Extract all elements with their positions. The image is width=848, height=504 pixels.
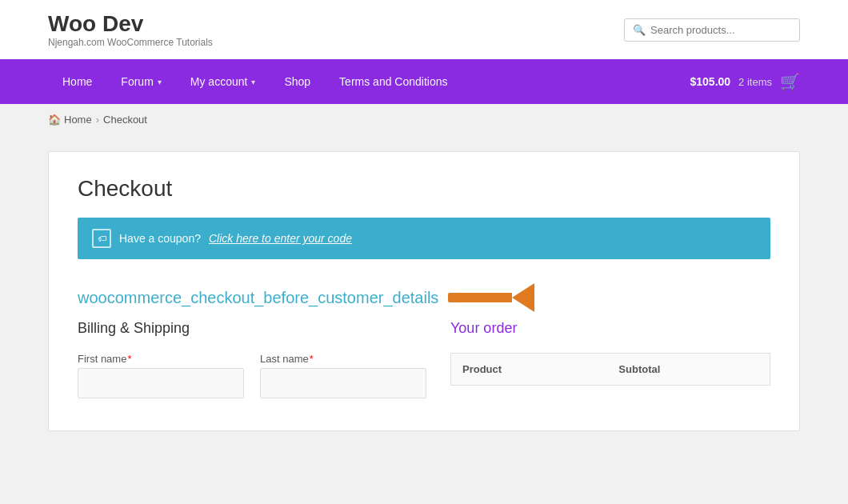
myaccount-chevron-icon: ▾ xyxy=(251,78,255,86)
nav-item-myaccount[interactable]: My account ▾ xyxy=(176,61,270,102)
billing-section-title: Billing & Shipping xyxy=(78,320,426,337)
hook-label: woocommerce_checkout_before_customer_det… xyxy=(78,283,770,312)
search-input[interactable] xyxy=(650,24,791,36)
arrow-body xyxy=(448,293,512,302)
last-name-field: Last name* xyxy=(260,353,426,398)
first-name-required: * xyxy=(127,353,131,365)
last-name-required: * xyxy=(310,353,314,365)
cart-icon[interactable]: 🛒 xyxy=(780,72,800,91)
order-table-header-row: Product Subtotal xyxy=(451,354,770,386)
coupon-icon: 🏷 xyxy=(92,229,111,248)
checkout-title: Checkout xyxy=(78,176,770,202)
coupon-banner: 🏷 Have a coupon? Click here to enter you… xyxy=(78,218,770,259)
nav-item-terms[interactable]: Terms and Conditions xyxy=(325,61,462,102)
nav-cart: $105.00 2 items 🛒 xyxy=(690,72,800,91)
first-name-field: First name* xyxy=(78,353,244,398)
home-icon: 🏠 xyxy=(48,114,61,126)
nav-item-shop[interactable]: Shop xyxy=(270,61,325,102)
coupon-link[interactable]: Click here to enter your code xyxy=(209,232,352,245)
name-form-row: First name* Last name* xyxy=(78,353,426,398)
cart-items-count: 2 items xyxy=(738,76,772,88)
site-title: Woo Dev xyxy=(48,11,213,37)
first-name-input[interactable] xyxy=(78,368,244,398)
first-name-label: First name* xyxy=(78,353,244,365)
hook-label-text: woocommerce_checkout_before_customer_det… xyxy=(78,289,438,307)
coupon-text: Have a coupon? xyxy=(119,232,201,245)
order-column: Your order Product Subtotal xyxy=(450,320,770,406)
last-name-label: Last name* xyxy=(260,353,426,365)
site-header: Woo Dev Njengah.com WooCommerce Tutorial… xyxy=(0,0,848,59)
nav-items: Home Forum ▾ My account ▾ Shop Terms and… xyxy=(48,61,690,102)
billing-column: Billing & Shipping First name* Last name… xyxy=(78,320,426,406)
nav-item-home[interactable]: Home xyxy=(48,61,106,102)
nav-item-forum[interactable]: Forum ▾ xyxy=(106,61,175,102)
breadcrumb: 🏠 Home › Checkout xyxy=(0,104,848,135)
order-table-header-subtotal: Subtotal xyxy=(607,354,770,386)
search-box[interactable]: 🔍 xyxy=(624,18,800,42)
breadcrumb-home-link[interactable]: 🏠 Home xyxy=(48,114,92,126)
nav-bar: Home Forum ▾ My account ▾ Shop Terms and… xyxy=(0,59,848,104)
cart-price: $105.00 xyxy=(690,75,730,88)
hook-arrow-container xyxy=(448,283,534,312)
order-table: Product Subtotal xyxy=(450,353,770,386)
search-icon: 🔍 xyxy=(633,24,646,36)
main-content: Checkout 🏷 Have a coupon? Click here to … xyxy=(0,135,848,463)
order-table-header-product: Product xyxy=(451,354,608,386)
checkout-columns: Billing & Shipping First name* Last name… xyxy=(78,320,770,406)
checkout-card: Checkout 🏷 Have a coupon? Click here to … xyxy=(48,151,800,431)
breadcrumb-separator: › xyxy=(96,114,99,126)
site-subtitle: Njengah.com WooCommerce Tutorials xyxy=(48,37,213,48)
site-branding: Woo Dev Njengah.com WooCommerce Tutorial… xyxy=(48,11,213,48)
order-section-title: Your order xyxy=(450,320,770,337)
last-name-input[interactable] xyxy=(260,368,426,398)
breadcrumb-current: Checkout xyxy=(103,114,147,126)
arrow-head xyxy=(512,283,534,312)
forum-chevron-icon: ▾ xyxy=(158,78,162,86)
